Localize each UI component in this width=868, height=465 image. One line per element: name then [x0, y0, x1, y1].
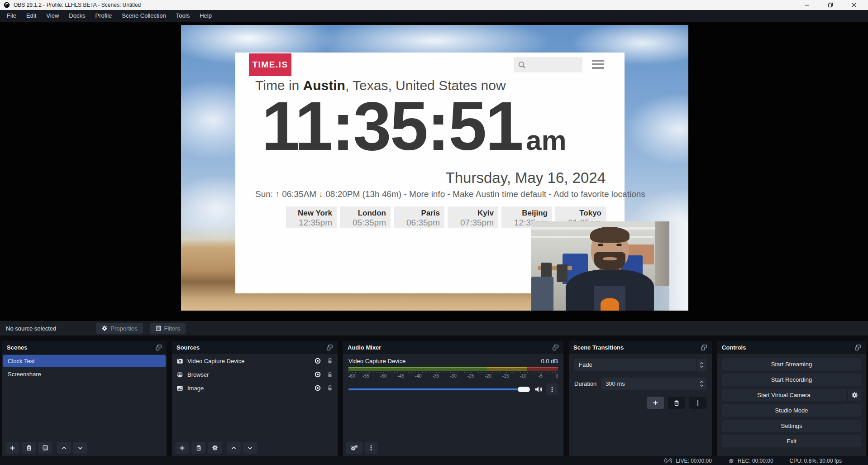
add-transition-button[interactable] [647, 397, 664, 409]
move-source-down-button[interactable] [243, 442, 257, 454]
studio-mode-button[interactable]: Studio Mode [722, 404, 861, 417]
audio-mixer-title: Audio Mixer [348, 344, 381, 351]
transition-properties-button[interactable] [689, 397, 706, 409]
live-timer: LIVE: 00:00:00 [676, 458, 711, 464]
mixer-menu-button[interactable] [365, 442, 377, 454]
exit-button[interactable]: Exit [722, 435, 861, 447]
start-recording-button[interactable]: Start Recording [722, 374, 861, 386]
move-scene-up-button[interactable] [57, 442, 71, 454]
visibility-eye-icon[interactable] [314, 384, 321, 392]
gear-icon [101, 325, 108, 331]
advanced-audio-button[interactable] [346, 442, 362, 454]
start-streaming-button[interactable]: Start Streaming [722, 358, 861, 370]
cloud [625, 93, 688, 165]
arrow-up-icon [61, 445, 67, 451]
transition-select[interactable]: Fade [574, 359, 706, 371]
mute-speaker-icon[interactable] [534, 385, 542, 393]
source-context-toolbar: No source selected Properties Filters [0, 321, 868, 336]
menu-item[interactable]: Help [195, 10, 217, 22]
arrow-down-icon [77, 445, 83, 451]
window-title: OBS 29.1.2 - Profile: LLHLS BETA - Scene… [14, 2, 141, 8]
menu-item[interactable]: Edit [21, 10, 41, 22]
lock-icon[interactable] [327, 385, 333, 391]
transitions-panel-title: Scene Transitions [573, 344, 624, 351]
program-canvas[interactable]: TIME.IS Time in Austin, Texas, United St… [181, 25, 688, 311]
restore-button[interactable] [827, 2, 834, 8]
scene-filters-button[interactable] [38, 442, 52, 454]
meter-tick-label: -45 [398, 374, 404, 379]
visibility-eye-icon[interactable] [314, 371, 321, 378]
lock-icon[interactable] [327, 371, 333, 378]
move-scene-down-button[interactable] [73, 442, 87, 454]
plus-icon [653, 400, 658, 406]
meter-tick-label: -10 [520, 374, 526, 379]
scene-transitions-panel: Scene Transitions Fade Duration 300 ms [568, 340, 712, 456]
remove-transition-button[interactable] [668, 397, 685, 409]
person-beard [594, 252, 625, 270]
plus-icon [179, 445, 185, 451]
meter-tick-label: -25 [467, 374, 474, 379]
settings-button[interactable]: Settings [722, 420, 861, 432]
popout-icon[interactable] [155, 344, 162, 351]
duration-spinner[interactable]: 300 ms [601, 378, 706, 390]
meter-tick-label: -20 [485, 374, 491, 379]
source-item-image[interactable]: Image [172, 381, 338, 395]
scenes-panel-title: Scenes [7, 344, 28, 351]
make-default-link: Make Austin time default [453, 189, 546, 199]
mixer-channel-name: Video Capture Device [348, 358, 405, 364]
meter-tick-label: -55 [362, 374, 369, 379]
source-item-video-capture[interactable]: Video Capture Device [172, 354, 338, 368]
properties-button[interactable]: Properties [96, 323, 143, 334]
camera-icon [176, 358, 183, 364]
obs-logo-icon [4, 2, 10, 8]
chevron-up-icon [700, 381, 704, 383]
menu-item[interactable]: View [41, 10, 64, 22]
lock-icon[interactable] [327, 358, 333, 364]
window-titlebar: OBS 29.1.2 - Profile: LLHLS BETA - Scene… [0, 0, 868, 10]
obs-main-window: OBS 29.1.2 - Profile: LLHLS BETA - Scene… [0, 0, 868, 465]
filters-button[interactable]: Filters [150, 323, 186, 334]
start-virtual-camera-button[interactable]: Start Virtual Camera [722, 389, 846, 401]
office-window [669, 221, 688, 311]
cpu-fps-stats: CPU: 0.6%, 30.00 fps [790, 458, 842, 464]
current-date: Thursday, May 16, 2024 [446, 169, 606, 187]
close-button[interactable] [851, 2, 857, 8]
add-scene-button[interactable] [5, 442, 19, 454]
volume-slider[interactable] [348, 387, 530, 392]
person-eyebrow [615, 240, 624, 242]
preview-area[interactable]: TIME.IS Time in Austin, Texas, United St… [0, 22, 868, 321]
menu-item[interactable]: Tools [171, 10, 195, 22]
chevron-down-icon [700, 365, 704, 368]
menu-item[interactable]: Docks [64, 10, 90, 22]
minimize-button[interactable] [804, 2, 810, 8]
scene-item-clock-test[interactable]: Clock Test [3, 355, 166, 367]
meter-subticks [348, 372, 558, 373]
live-clock: 11:35:51am [262, 91, 567, 160]
popout-icon[interactable] [854, 344, 861, 351]
meter-tick-label: 0 [555, 374, 558, 379]
move-source-up-button[interactable] [227, 442, 241, 454]
menu-item[interactable]: Scene Collection [117, 10, 171, 22]
source-item-browser[interactable]: Browser [172, 368, 338, 381]
volume-slider-handle[interactable] [518, 387, 530, 392]
spinner-arrows[interactable] [700, 381, 706, 387]
virtual-camera-config-button[interactable] [848, 389, 861, 401]
popout-icon[interactable] [552, 344, 559, 351]
plus-icon [10, 445, 15, 451]
popout-icon[interactable] [701, 344, 707, 351]
mixer-channel-menu-button[interactable] [546, 384, 558, 395]
remove-scene-button[interactable] [22, 442, 36, 454]
remove-source-button[interactable] [191, 442, 205, 454]
visibility-eye-icon[interactable] [314, 357, 321, 364]
scene-item-screenshare[interactable]: Screenshare [3, 368, 166, 380]
popout-icon[interactable] [326, 344, 333, 351]
trash-icon [26, 445, 32, 451]
source-properties-button[interactable] [208, 442, 222, 454]
menu-item[interactable]: File [2, 10, 21, 22]
add-source-button[interactable] [175, 442, 189, 454]
more-info-link: More info [409, 189, 445, 199]
globe-icon [176, 371, 183, 378]
menu-item[interactable]: Profile [90, 10, 117, 22]
webcam-overlay [531, 221, 688, 311]
trash-icon [196, 445, 202, 451]
